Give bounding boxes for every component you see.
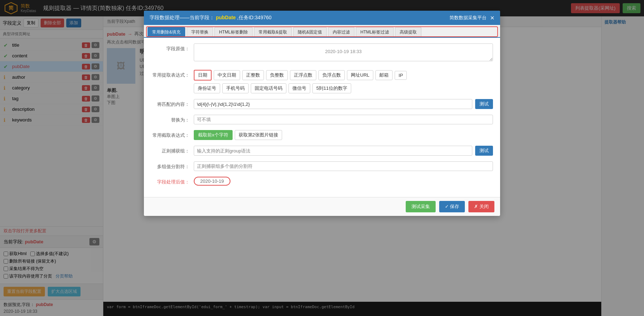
regex-capture-input-group: 测试 (194, 146, 493, 156)
multi-value-label: 多组值分割符： (151, 161, 194, 170)
tab-common-delete[interactable]: 常用删除&填充 (147, 27, 185, 37)
extract-btn-url[interactable]: 网址URL (347, 70, 373, 80)
extract-expression-row: 常用提取表达式： 日期 中文日期 正整数 负整数 正浮点数 负浮点数 网址URL… (151, 70, 493, 93)
extract-btn-5to11[interactable]: 5到11位的数字 (312, 83, 351, 93)
match-content-input-group: \d{4}(\-|V|.)\d{1,2}\1\d{1,2} 测试 (194, 99, 493, 109)
modal-footer: 测试采集 ✓ 保存 ✗ 关闭 (144, 197, 500, 216)
field-original-textarea[interactable] (194, 43, 493, 61)
modal-header: 字段数据处理——当前字段： pubDate ,任务ID:349760 简数数据采… (144, 11, 500, 25)
tab-char-replace[interactable]: 字符替换 (187, 27, 213, 37)
modal-brand: 简数数据采集平台 (450, 15, 487, 21)
tab-advanced-extract[interactable]: 高级提取 (395, 27, 421, 37)
replace-label: 替换为： (151, 115, 194, 123)
extract-btn-wechat[interactable]: 微信号 (289, 83, 310, 93)
test-collect-button[interactable]: 测试采集 (406, 201, 436, 212)
field-original-area: 2020-10-19 18:33 (194, 43, 493, 64)
extract-btn-landline[interactable]: 固定电话号码 (251, 83, 286, 93)
regex-capture-row: 正则捕获组： 测试 (151, 146, 493, 156)
modal-overlay: 字段数据处理——当前字段： pubDate ,任务ID:349760 简数数据采… (0, 0, 644, 316)
tab-content-filter[interactable]: 内容过滤 (328, 27, 354, 37)
replace-area (194, 115, 493, 124)
tab-common-extract[interactable]: 常用截取&提取 (254, 27, 292, 37)
modal-close-x-button[interactable]: × (490, 14, 494, 21)
close-modal-button[interactable]: ✗ 关闭 (468, 201, 494, 212)
test-regex-button[interactable]: 测试 (475, 146, 493, 156)
result-area: 2020-10-19 (194, 177, 493, 186)
modal: 字段数据处理——当前字段： pubDate ,任务ID:349760 简数数据采… (144, 11, 500, 216)
extract-buttons-row1: 日期 中文日期 正整数 负整数 正浮点数 负浮点数 网址URL 邮箱 IP (194, 70, 493, 81)
match-content-area: \d{4}(\-|V|.)\d{1,2}\1\d{1,2} 测试 (194, 99, 493, 109)
extract-btn-negative-int[interactable]: 负整数 (266, 70, 288, 80)
regex-capture-label: 正则捕获组： (151, 146, 194, 154)
extract-btn-ip[interactable]: IP (395, 71, 407, 80)
extract-btn-id-card[interactable]: 身份证号 (194, 83, 220, 93)
replace-input[interactable] (194, 115, 493, 124)
tab-html-filter[interactable]: HTML标签过滤 (356, 27, 394, 37)
extract-btn-chinese-date[interactable]: 中文日期 (214, 70, 240, 80)
intercept-buttons: 截取前x个字符 获取第2张图片链接 (194, 130, 493, 140)
extract-btn-email[interactable]: 邮箱 (375, 70, 393, 80)
modal-title: 字段数据处理——当前字段： pubDate ,任务ID:349760 (150, 15, 450, 21)
intercept-row: 常用截取表达式： 截取前x个字符 获取第2张图片链接 (151, 130, 493, 140)
modal-title-field: pubDate (216, 15, 236, 20)
modal-body: 字段原值： 2020-10-19 18:33 常用提取表达式： 日期 中文日期 … (144, 38, 500, 197)
regex-capture-input[interactable] (194, 146, 472, 156)
field-original-row: 字段原值： 2020-10-19 18:33 (151, 43, 493, 64)
match-content-label: 将匹配的内容： (151, 99, 194, 108)
extract-btn-date[interactable]: 日期 (194, 70, 212, 81)
multi-value-area (194, 161, 493, 171)
result-value: 2020-10-19 (194, 177, 230, 186)
multi-value-row: 多组值分割符： (151, 161, 493, 171)
regex-capture-area: 测试 (194, 146, 493, 156)
extract-buttons-row2: 身份证号 手机号码 固定电话号码 微信号 5到11位的数字 (194, 83, 493, 93)
multi-value-input[interactable] (194, 161, 493, 171)
extract-btn-positive-int[interactable]: 正整数 (242, 70, 264, 80)
field-original-label: 字段原值： (151, 43, 194, 52)
save-button[interactable]: ✓ 保存 (439, 201, 465, 212)
intercept-area: 截取前x个字符 获取第2张图片链接 (194, 130, 493, 140)
intercept-label: 常用截取表达式： (151, 130, 194, 139)
replace-row: 替换为： (151, 115, 493, 124)
result-label: 字段处理后值： (151, 177, 194, 185)
intercept-x-chars-button[interactable]: 截取前x个字符 (194, 130, 233, 140)
extract-expression-area: 日期 中文日期 正整数 负整数 正浮点数 负浮点数 网址URL 邮箱 IP 身份… (194, 70, 493, 93)
test-match-button[interactable]: 测试 (475, 99, 493, 109)
match-content-row: 将匹配的内容： \d{4}(\-|V|.)\d{1,2}\1\d{1,2} 测试 (151, 99, 493, 109)
match-content-input[interactable]: \d{4}(\-|V|.)\d{1,2}\1\d{1,2} (194, 99, 472, 109)
modal-tabs: 常用删除&填充 字符替换 HTML标签删除 常用截取&提取 随机&固定值 内容过… (144, 25, 500, 38)
extract-btn-positive-float[interactable]: 正浮点数 (290, 70, 316, 80)
extract-expression-label: 常用提取表达式： (151, 70, 194, 78)
extract-btn-negative-float[interactable]: 负浮点数 (318, 70, 345, 80)
get-second-image-button[interactable]: 获取第2张图片链接 (235, 130, 282, 140)
tab-html-remove[interactable]: HTML标签删除 (214, 27, 253, 37)
tab-random-fixed[interactable]: 随机&固定值 (293, 27, 327, 37)
result-row: 字段处理后值： 2020-10-19 (151, 177, 493, 186)
extract-btn-phone[interactable]: 手机号码 (222, 83, 249, 93)
